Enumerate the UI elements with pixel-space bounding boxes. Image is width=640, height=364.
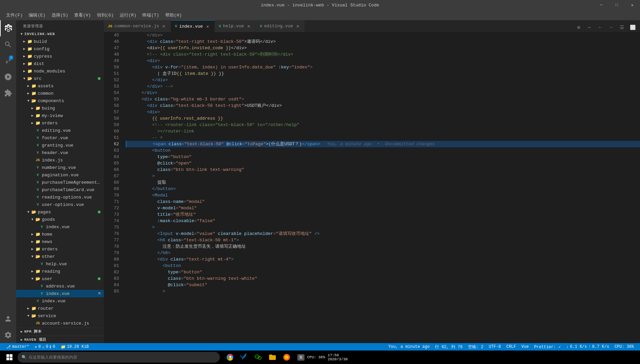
tree-label-other: other <box>42 254 55 259</box>
tree-item-buing[interactable]: ▶ 📁 buing <box>16 104 104 112</box>
tree-item-purchaseTimeCard-vue[interactable]: ▶ V purchaseTimeCard.vue <box>16 186 104 193</box>
tree-item-index-js[interactable]: ▶ JS index.js <box>16 156 104 164</box>
menu-goto[interactable]: 转到(G) <box>94 11 116 20</box>
status-filesize[interactable]: 📁 10.28 KiB <box>58 343 92 351</box>
tree-item-cypress[interactable]: ▶ 📁 cypress <box>16 53 104 60</box>
tree-item-reading[interactable]: ▶ 📁 reading <box>16 268 104 275</box>
tree-item-pagination-vue[interactable]: ▶ V pagination.vue <box>16 171 104 179</box>
taskbar-vscode[interactable] <box>237 351 251 364</box>
folder-arrow-service: ▼ <box>26 313 31 318</box>
status-git[interactable]: ⎇ master* <box>3 343 32 351</box>
status-errors[interactable]: ✕ 0 ⚠ 0 ℹ 0 <box>32 343 58 351</box>
activity-search[interactable] <box>0 36 16 53</box>
code-line-63: <button <box>126 147 640 154</box>
tab-common-service-js[interactable]: JS common-service.js ✕ <box>104 20 171 32</box>
sidebar-section-npm[interactable]: ▶ NPM 脚本 <box>16 328 104 335</box>
menu-terminal[interactable]: 终端(T) <box>140 11 162 20</box>
tree-item-home[interactable]: ▶ 📁 home <box>16 231 104 238</box>
tree-item-router[interactable]: ▶ 📁 router <box>16 305 104 312</box>
sidebar-root[interactable]: ▼ INVELINK-WEB <box>16 30 104 38</box>
status-spaces[interactable]: 空格: 2 <box>465 343 486 351</box>
tree-item-my-iview[interactable]: ▶ 📁 my-iview <box>16 112 104 119</box>
tab-close-help-vue[interactable]: ✕ <box>246 24 252 29</box>
navigate-forward-button[interactable]: → <box>606 23 616 32</box>
more-actions-button[interactable]: ⋯ <box>585 23 594 32</box>
navigate-back-button[interactable]: ← <box>595 23 605 32</box>
split-editor-button[interactable]: ⊞ <box>574 23 583 32</box>
tree-item-help-vue[interactable]: ▶ V help.vue <box>16 260 104 268</box>
tree-item-granting-vue[interactable]: ▶ V granting.vue <box>16 142 104 149</box>
tree-item-purchaseTimeAgreement-vue[interactable]: ▶ V purchaseTimeAgreement.vue <box>16 179 104 186</box>
menu-help[interactable]: 帮助(H) <box>163 11 184 20</box>
tree-item-pages-index-vue[interactable]: ▶ V index.vue <box>16 297 104 305</box>
tree-item-footer-vue[interactable]: ▶ V footer.vue <box>16 134 104 142</box>
tree-item-build[interactable]: ▶ 📁 build <box>16 38 104 45</box>
tree-item-node_modules[interactable]: ▶ 📁 node_modules <box>16 67 104 75</box>
tab-close-index-vue[interactable]: ✕ <box>205 24 210 29</box>
tree-item-index-vue-user[interactable]: ▶ V index.vue M <box>16 290 104 297</box>
code-line-69: </button> <box>126 186 640 192</box>
tree-item-dist[interactable]: ▶ 📁 dist <box>16 60 104 67</box>
tree-item-common[interactable]: ▶ 📁 common <box>16 90 104 97</box>
start-button[interactable] <box>2 351 17 364</box>
menu-select[interactable]: 选择(S) <box>49 11 71 20</box>
tab-editing-vue[interactable]: V editing.vue ✕ <box>256 20 305 32</box>
taskbar-firefox[interactable] <box>280 351 293 364</box>
tree-item-address-vue[interactable]: ▶ V address.vue <box>16 282 104 290</box>
tab-close-common-service-js[interactable]: ✕ <box>161 24 167 29</box>
vue-icon-pagination-vue: V <box>35 172 40 178</box>
folder-icon-news: 📁 <box>35 239 40 244</box>
status-language[interactable]: Vue <box>519 343 531 351</box>
tree-item-reading-options-vue[interactable]: ▶ V reading-options.vue <box>16 193 104 201</box>
activity-debug[interactable] <box>0 69 16 85</box>
menu-run[interactable]: 运行(R) <box>117 11 139 20</box>
activity-git[interactable]: 1 <box>0 53 16 69</box>
tab-index-vue[interactable]: V index.vue ✕ <box>171 20 215 32</box>
activity-account[interactable] <box>0 311 16 327</box>
tree-item-goods[interactable]: ▼ 📂 goods <box>16 216 104 223</box>
menu-view[interactable]: 查看(V) <box>71 11 93 20</box>
tree-item-goods-index-vue[interactable]: ▶ V index.vue <box>16 223 104 231</box>
tree-item-service[interactable]: ▼ 📂 service <box>16 312 104 320</box>
tree-item-orders-pages[interactable]: ▶ 📁 orders <box>16 245 104 253</box>
taskbar-wechat[interactable] <box>252 351 265 364</box>
tree-item-components[interactable]: ▼ 📂 components <box>16 97 104 104</box>
split-right-button[interactable]: ⬜ <box>628 23 637 32</box>
tree-item-user-options-vue[interactable]: ▶ V user-options.vue <box>16 201 104 208</box>
tree-item-assets[interactable]: ▶ 📁 assets <box>16 82 104 90</box>
toggle-sidebar-button[interactable]: ☰ <box>617 23 627 32</box>
tree-item-pages[interactable]: ▼ 📂 pages <box>16 208 104 216</box>
tree-item-config[interactable]: ▶ 📁 config <box>16 45 104 53</box>
tree-item-other[interactable]: ▼ 📂 other <box>16 253 104 260</box>
code-editor[interactable]: </div> <div class="text-right text-black… <box>122 32 640 343</box>
sidebar-section-maven[interactable]: ▶ MAVEN 项目 <box>16 336 104 343</box>
close-button[interactable]: ✕ <box>624 0 640 10</box>
tree-item-header-vue[interactable]: ▶ V header.vue <box>16 149 104 156</box>
tree-item-editing-vue[interactable]: ▶ V editing.vue <box>16 127 104 134</box>
minimize-button[interactable]: ─ <box>593 0 609 10</box>
tree-item-account-service-js[interactable]: ▶ JS account-service.js <box>16 320 104 327</box>
status-position[interactable]: 行 62, 列 76 <box>432 343 465 351</box>
folder-arrow-orders-pages: ▶ <box>30 246 35 252</box>
tree-item-numbering-vue[interactable]: ▶ V numbering.vue <box>16 164 104 171</box>
tree-item-orders[interactable]: ▶ 📁 orders <box>16 119 104 127</box>
status-encoding[interactable]: UTF-8 <box>486 343 503 351</box>
tree-item-src[interactable]: ▼ 📂 src <box>16 75 104 82</box>
activity-extensions[interactable] <box>0 85 16 101</box>
tab-close-editing-vue[interactable]: ✕ <box>295 24 300 29</box>
menu-bar: 文件(F) 编辑(E) 选择(S) 查看(V) 转到(G) 运行(R) 终端(T… <box>0 10 640 20</box>
activity-explorer[interactable] <box>0 20 16 36</box>
status-prettier[interactable]: Prettier: ✓ <box>531 343 563 351</box>
taskbar-search[interactable]: 🔍 在这里输入你要搜索的内容 <box>18 352 220 363</box>
lang-indicator[interactable]: 英 <box>297 354 304 361</box>
tree-item-news[interactable]: ▶ 📁 news <box>16 238 104 245</box>
menu-edit[interactable]: 编辑(E) <box>26 11 48 20</box>
taskbar-chrome[interactable] <box>223 351 237 364</box>
menu-file[interactable]: 文件(F) <box>3 11 25 20</box>
tree-item-user[interactable]: ▼ 📂 user <box>16 275 104 282</box>
taskbar-folder[interactable] <box>266 351 279 364</box>
tab-help-vue[interactable]: V help.vue ✕ <box>215 20 256 32</box>
status-line-ending[interactable]: CRLF <box>503 343 519 351</box>
activity-settings[interactable] <box>0 327 16 343</box>
maximize-button[interactable]: □ <box>609 0 624 10</box>
